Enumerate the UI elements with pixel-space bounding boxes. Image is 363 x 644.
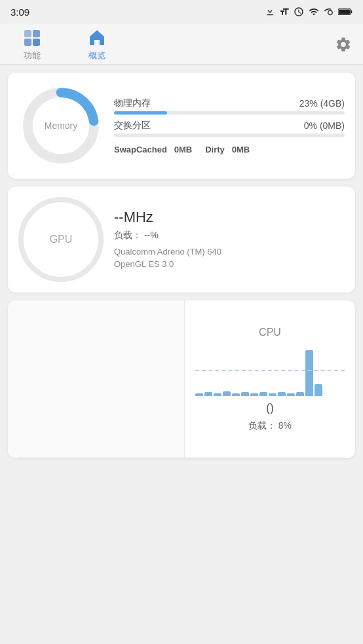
clock-icon (294, 7, 304, 17)
gpu-card: GPU --MHz 负载： --% Qualcomm Adreno (TM) 6… (8, 187, 355, 293)
physical-memory-bar-fill (114, 111, 167, 115)
cpu-left-area (8, 300, 185, 457)
swap-cached-label: SwapCached (114, 145, 167, 154)
cpu-title: CPU (259, 327, 281, 338)
cpu-bar (241, 392, 249, 395)
main-content: Memory 物理内存 23% (4GB) 交换分区 0% (0MB) (0, 65, 363, 466)
physical-memory-label: 物理内存 (114, 98, 151, 109)
cpu-bar (278, 392, 286, 395)
nav-label-features: 功能 (24, 50, 41, 62)
features-icon (22, 27, 43, 48)
cpu-bar (232, 393, 240, 396)
svg-rect-5 (24, 39, 31, 46)
nav-item-overview[interactable]: 概览 (65, 27, 130, 62)
cpu-bar (195, 393, 203, 396)
status-bar: 3:09 (0, 0, 363, 24)
svg-rect-2 (339, 10, 350, 14)
cpu-chart (195, 344, 345, 396)
memory-donut: Memory (18, 83, 104, 168)
signal-icon (324, 7, 334, 17)
cpu-bar (296, 392, 304, 395)
settings-button[interactable] (324, 27, 363, 62)
swap-value: 0% (0MB) (304, 120, 345, 131)
gpu-label: GPU (50, 234, 73, 245)
physical-memory-row: 物理内存 23% (4GB) (114, 98, 345, 115)
gear-icon (335, 36, 352, 53)
svg-rect-4 (33, 30, 40, 37)
cpu-card: CPU () 负载： 8% (8, 300, 355, 458)
gpu-mhz: --MHz (114, 209, 345, 226)
gpu-load: 负载： --% (114, 230, 345, 241)
status-icons (265, 7, 353, 17)
cpu-load-text: 负载： 8% (248, 420, 292, 432)
cpu-dashed-line (195, 370, 345, 371)
dirty-value: 0MB (232, 145, 250, 154)
battery-icon (338, 7, 353, 16)
nav-item-features[interactable]: 功能 (0, 27, 65, 62)
swap-cached-value: 0MB (174, 145, 192, 154)
gpu-circle: GPU (18, 197, 104, 282)
cpu-bar (315, 384, 322, 396)
cpu-right-area: CPU () 负载： 8% (185, 300, 355, 457)
memory-label: Memory (45, 120, 78, 131)
swap-bar-bg (114, 134, 345, 137)
svg-rect-3 (24, 30, 31, 37)
wifi-icon (308, 7, 320, 17)
swap-row: 交换分区 0% (0MB) (114, 120, 345, 137)
status-time: 3:09 (10, 7, 29, 18)
cpu-bar (287, 393, 295, 396)
cpu-inner: CPU () 负载： 8% (8, 300, 355, 457)
cpu-bottom-divider (18, 457, 345, 458)
memory-footer: SwapCached 0MB Dirty 0MB (114, 145, 345, 154)
dirty-label: Dirty (205, 145, 225, 154)
swap-cached-item: SwapCached 0MB (114, 145, 192, 154)
cpu-freq: () (266, 401, 274, 415)
memory-stats: 物理内存 23% (4GB) 交换分区 0% (0MB) (114, 98, 345, 154)
nav-bar: 功能 概览 (0, 24, 363, 65)
cpu-bar (214, 393, 221, 396)
font-icon (279, 7, 290, 17)
svg-rect-1 (351, 10, 352, 13)
download-icon (265, 7, 275, 17)
cpu-bar (250, 393, 258, 396)
overview-icon (86, 27, 107, 48)
gpu-stats: --MHz 负载： --% Qualcomm Adreno (TM) 640 O… (114, 209, 345, 271)
gpu-name: Qualcomm Adreno (TM) 640 OpenGL ES 3.0 (114, 245, 345, 271)
physical-memory-bar-bg (114, 111, 345, 115)
svg-rect-6 (33, 39, 40, 46)
cpu-bar (305, 350, 313, 396)
cpu-bar (269, 393, 277, 396)
cpu-bar (259, 392, 267, 395)
physical-memory-value: 23% (4GB) (299, 98, 345, 109)
dirty-item: Dirty 0MB (205, 145, 250, 154)
nav-label-overview: 概览 (88, 50, 105, 62)
cpu-bar (204, 392, 212, 395)
swap-label: 交换分区 (114, 120, 151, 132)
memory-card: Memory 物理内存 23% (4GB) 交换分区 0% (0MB) (8, 73, 355, 179)
cpu-bar (223, 391, 231, 396)
